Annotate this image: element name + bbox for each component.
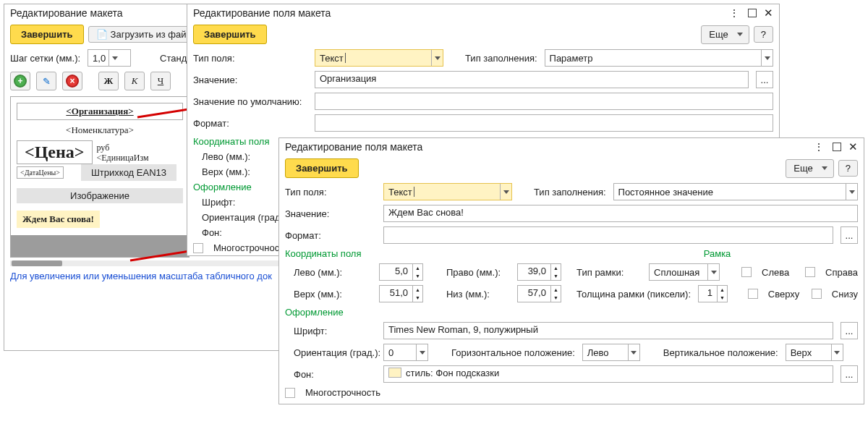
d2-fill-type-label: Тип заполнения: <box>534 187 606 198</box>
placeholder-organization[interactable]: <Организация> <box>17 103 183 120</box>
d2-value-label: Значение: <box>285 208 376 219</box>
d2-bg-input[interactable]: стиль: Фон подсказки <box>383 365 833 383</box>
d2-value-input[interactable]: Ждем Вас снова! <box>383 205 858 222</box>
maximize-icon[interactable] <box>833 143 841 151</box>
up-icon[interactable]: ▲ <box>718 286 727 294</box>
ellipsis-button[interactable]: ... <box>841 365 858 383</box>
text-cursor <box>345 53 346 63</box>
dlg2-help-button[interactable]: ? <box>838 160 858 177</box>
value-input[interactable]: Организация <box>315 71 749 88</box>
valign-select[interactable]: Верх <box>786 344 843 361</box>
down-icon[interactable]: ▼ <box>551 294 561 302</box>
d2-right-label: Право (мм.): <box>446 267 510 278</box>
text-cursor <box>414 187 414 197</box>
ellipsis-button[interactable]: ... <box>756 71 773 88</box>
down-icon[interactable]: ▼ <box>413 272 422 280</box>
placeholder-price-date[interactable]: <ДатаЦены> <box>17 166 64 179</box>
down-icon[interactable]: ▼ <box>551 272 561 280</box>
placeholder-nomenclature[interactable]: <Номенклатура> <box>17 120 183 140</box>
chevron-down-icon <box>109 50 120 66</box>
wait-again-text[interactable]: Ждем Вас снова! <box>17 211 100 228</box>
d2-multiline-label: Многострочность <box>305 387 380 398</box>
chevron-down-icon <box>846 184 857 200</box>
up-icon[interactable]: ▲ <box>551 264 561 272</box>
delete-button[interactable]: × <box>62 72 82 90</box>
format-label: Формат: <box>193 118 307 129</box>
frame-type-select[interactable]: Сплошная <box>649 263 720 281</box>
menu-icon[interactable]: ⋮ <box>814 141 825 153</box>
scroll-thumb[interactable] <box>12 260 62 266</box>
maximize-icon[interactable] <box>748 9 757 17</box>
field-editor-dialog-2: Редактирование поля макета ⋮ ✕ Завершить… <box>278 137 864 404</box>
add-button[interactable]: + <box>10 72 30 90</box>
halign-select[interactable]: Лево <box>582 344 640 361</box>
chevron-down-icon <box>831 344 843 360</box>
format-input[interactable] <box>315 114 773 132</box>
color-swatch <box>388 368 401 378</box>
x-icon: × <box>66 75 79 88</box>
down-icon[interactable]: ▼ <box>413 294 422 302</box>
fill-type-select[interactable]: Параметр <box>545 49 773 67</box>
multiline-label: Многострочнос <box>213 242 279 253</box>
dlg2-finish-button[interactable]: Завершить <box>285 158 359 178</box>
underline-button[interactable]: Ч <box>150 72 171 90</box>
d2-fill-type-select[interactable]: Постоянное значение <box>613 183 858 200</box>
multiline-checkbox[interactable] <box>193 243 203 253</box>
ellipsis-button[interactable]: ... <box>841 226 858 244</box>
d2-field-type-select[interactable]: Текст <box>383 183 512 200</box>
frame-type-label: Тип рамки: <box>576 267 634 278</box>
grid-step-select[interactable]: 1,0 <box>88 49 131 67</box>
close-icon[interactable]: ✕ <box>764 9 773 17</box>
menu-icon[interactable]: ⋮ <box>729 7 741 19</box>
d2-right-stepper[interactable]: 39,0▲▼ <box>517 263 561 281</box>
dlg2-more-button[interactable]: Еще <box>786 159 833 178</box>
folder-icon: 📄 <box>96 29 108 40</box>
image-widget[interactable]: Изображение <box>17 188 183 203</box>
side-bottom-checkbox[interactable] <box>812 289 822 299</box>
d2-orient-label: Ориентация (град.): <box>285 347 376 358</box>
close-icon[interactable]: ✕ <box>848 143 858 151</box>
frame-width-stepper[interactable]: 1▲▼ <box>698 285 728 302</box>
finish-button[interactable]: Завершить <box>10 25 84 44</box>
dlg1-help-button[interactable]: ? <box>754 26 773 43</box>
rub-label: руб <box>97 143 149 153</box>
placeholder-unit[interactable]: <ЕдиницаИзм <box>97 153 149 163</box>
grid-step-label: Шаг сетки (мм.): <box>10 53 80 64</box>
italic-button[interactable]: К <box>124 72 145 90</box>
d2-font-label: Шрифт: <box>285 326 376 336</box>
dialog2-title: Редактирование поля макета <box>285 141 814 153</box>
barcode-widget[interactable]: Штрихкод EAN13 <box>81 164 176 181</box>
edit-button[interactable]: ✎ <box>36 72 56 90</box>
chevron-down-icon <box>500 184 511 200</box>
up-icon[interactable]: ▲ <box>413 286 422 294</box>
d2-multiline-checkbox[interactable] <box>285 388 295 398</box>
layout-canvas[interactable]: <Организация> <Номенклатура> <Цена> руб … <box>10 96 190 258</box>
side-top-checkbox[interactable] <box>748 289 758 299</box>
value-label: Значение: <box>193 75 307 85</box>
d2-top-stepper[interactable]: 51,0▲▼ <box>379 285 423 302</box>
up-icon[interactable]: ▲ <box>413 264 422 272</box>
side-right-checkbox[interactable] <box>805 267 815 277</box>
d2-format-label: Формат: <box>285 230 376 241</box>
d2-orient-select[interactable]: 0 <box>383 344 428 361</box>
field-type-select[interactable]: Текст <box>315 49 443 67</box>
bold-button[interactable]: Ж <box>98 72 119 90</box>
dlg1-finish-button[interactable]: Завершить <box>193 25 267 44</box>
halign-label: Горизонтальное положение: <box>451 347 575 358</box>
placeholder-price[interactable]: <Цена> <box>17 140 93 164</box>
d2-format-input[interactable] <box>383 226 833 244</box>
ellipsis-button[interactable]: ... <box>841 322 858 339</box>
default-value-input[interactable] <box>315 93 773 110</box>
dlg1-more-button[interactable]: Еще <box>701 25 749 44</box>
up-icon[interactable]: ▲ <box>551 286 561 294</box>
d2-frame-section: Рамка <box>571 246 864 261</box>
side-left-checkbox[interactable] <box>741 267 752 277</box>
load-from-file-button[interactable]: 📄Загрузить из фай <box>88 26 195 43</box>
field-type-label: Тип поля: <box>193 53 307 64</box>
d2-bg-label: Фон: <box>285 369 376 380</box>
d2-bottom-stepper[interactable]: 57,0▲▼ <box>517 285 561 302</box>
d2-font-input[interactable]: Times New Roman, 9, полужирный <box>383 322 833 339</box>
down-icon[interactable]: ▼ <box>718 294 727 302</box>
d2-left-stepper[interactable]: 5,0▲▼ <box>379 263 423 281</box>
chevron-down-icon <box>416 344 427 360</box>
